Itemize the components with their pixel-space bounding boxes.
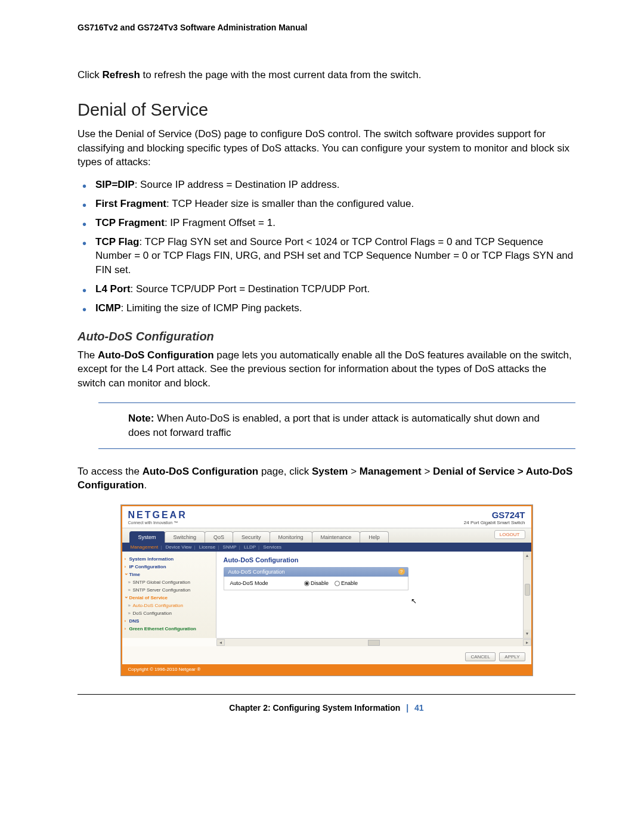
subtab-license[interactable]: License [199, 544, 216, 550]
radio-disable[interactable] [304, 581, 309, 586]
page-number: 41 [414, 703, 424, 713]
apply-button[interactable]: APPLY [499, 652, 525, 661]
sidebar-time[interactable]: Time [126, 571, 213, 578]
item-bold: L4 Port [95, 283, 131, 295]
intro-suffix: to refresh the page with the most curren… [140, 69, 422, 80]
list-item: First Fragment: TCP Header size is small… [95, 197, 575, 211]
scroll-up-icon[interactable]: ▴ [524, 552, 531, 560]
sidebar: System Information IP Configuration Time… [122, 552, 216, 638]
t: > [422, 466, 433, 477]
subtab-lldp[interactable]: LLDP [244, 544, 256, 550]
t: . [144, 479, 147, 491]
list-item: L4 Port: Source TCP/UDP Port = Destinati… [95, 282, 575, 296]
refresh-keyword: Refresh [103, 69, 140, 80]
main-tabs: System Switching QoS Security Monitoring… [122, 528, 531, 543]
note-text: When Auto-DoS is enabled, a port that is… [128, 413, 540, 438]
subtab-snmp[interactable]: SNMP [223, 544, 237, 550]
sidebar-sntp-server[interactable]: SNTP Server Configuration [126, 586, 213, 594]
model-name: GS724T [464, 510, 525, 520]
sidebar-dns[interactable]: DNS [126, 617, 213, 625]
radio-enable[interactable] [335, 581, 340, 586]
item-bold: First Fragment [95, 198, 166, 209]
note-box: Note: When Auto-DoS is enabled, a port t… [98, 402, 575, 449]
footer-separator: | [406, 703, 408, 713]
sidebar-dos-config[interactable]: DoS Configuration [126, 609, 213, 617]
t: System [312, 466, 348, 477]
footer-buttons: CANCEL APPLY [122, 646, 531, 664]
list-item: SIP=DIP: Source IP address = Destination… [95, 178, 575, 192]
help-icon[interactable]: ? [398, 568, 405, 575]
logout-button[interactable]: LOGOUT [494, 530, 525, 539]
list-item: TCP Fragment: IP Fragment Offset = 1. [95, 216, 575, 230]
cursor-icon: ↖ [411, 597, 417, 605]
t: Management [360, 466, 422, 477]
tab-help[interactable]: Help [360, 531, 389, 543]
subtab-management[interactable]: Management [131, 544, 159, 550]
chapter-label: Chapter 2: Configuring System Informatio… [229, 703, 400, 713]
sidebar-dos[interactable]: Denial of Service [126, 594, 213, 602]
vertical-scrollbar[interactable]: ▴ ▾ [523, 552, 531, 638]
note-label: Note: [128, 413, 154, 424]
list-item: ICMP: Limiting the size of ICMP Ping pac… [95, 301, 575, 315]
page-footer: Chapter 2: Configuring System Informatio… [78, 694, 575, 713]
subsection-text: The Auto-DoS Configuration page lets you… [78, 348, 575, 391]
item-text: : Source IP address = Destination IP add… [135, 179, 340, 190]
subsection-heading: Auto-DoS Configuration [78, 330, 575, 343]
sub-tabs: Management| Device View| License| SNMP| … [122, 543, 531, 552]
horizontal-scrollbar[interactable]: ◂ ▸ [216, 638, 531, 646]
sidebar-system-info[interactable]: System Information [126, 555, 213, 563]
model-block: GS724T 24 Port Gigabit Smart Switch [464, 510, 525, 525]
item-bold: TCP Flag [95, 236, 139, 247]
sidebar-sntp-global[interactable]: SNTP Global Configuration [126, 578, 213, 586]
sub-bold: Auto-DoS Configuration [98, 349, 214, 361]
tab-security[interactable]: Security [233, 531, 270, 543]
ss-header: NETGEAR Connect with Innovation ™ GS724T… [122, 506, 531, 528]
scroll-right-icon[interactable]: ▸ [523, 639, 531, 646]
item-bold: ICMP [95, 302, 121, 314]
intro-paragraph: Click Refresh to refresh the page with t… [78, 68, 575, 82]
tab-system[interactable]: System [129, 531, 165, 543]
t: page, click [258, 466, 312, 477]
subtab-services[interactable]: Services [263, 544, 281, 550]
sidebar-ip-config[interactable]: IP Configuration [126, 563, 213, 571]
scroll-thumb[interactable] [525, 584, 530, 596]
cancel-button[interactable]: CANCEL [465, 652, 495, 661]
item-text: : Source TCP/UDP Port = Destination TCP/… [131, 283, 370, 295]
auto-dos-mode-label: Auto-DoS Mode [230, 580, 268, 586]
t: To access the [78, 466, 143, 477]
config-body: Auto-DoS Mode Disable Enable [224, 577, 408, 590]
sidebar-auto-dos[interactable]: Auto-DoS Configuration [126, 602, 213, 609]
section-intro: Use the Denial of Service (DoS) page to … [78, 127, 575, 169]
page-header: GS716Tv2 and GS724Tv3 Software Administr… [78, 23, 575, 32]
item-text: : TCP Flag SYN set and Source Port < 102… [95, 236, 573, 276]
subtab-deviceview[interactable]: Device View [166, 544, 192, 550]
dos-list: SIP=DIP: Source IP address = Destination… [78, 178, 575, 315]
access-path: To access the Auto-DoS Configuration pag… [78, 465, 575, 493]
embedded-screenshot: NETGEAR Connect with Innovation ™ GS724T… [120, 504, 533, 676]
disable-label: Disable [311, 580, 329, 586]
sidebar-green-ethernet[interactable]: Green Ethernet Configuration [126, 625, 213, 633]
item-bold: TCP Fragment [95, 217, 165, 228]
model-desc: 24 Port Gigabit Smart Switch [464, 520, 525, 525]
panel-title: Auto-DoS Configuration [224, 556, 524, 563]
copyright-bar: Copyright © 1996-2010 Netgear ® [122, 664, 531, 674]
t: Auto-DoS Configuration [143, 466, 259, 477]
tab-maintenance[interactable]: Maintenance [312, 531, 361, 543]
ss-body: System Information IP Configuration Time… [122, 552, 531, 638]
logo-tagline: Connect with Innovation ™ [128, 521, 187, 525]
t: > [348, 466, 359, 477]
enable-label: Enable [341, 580, 358, 586]
scroll-left-icon[interactable]: ◂ [216, 639, 225, 646]
hscroll-thumb[interactable] [368, 640, 380, 646]
sub-prefix: The [78, 349, 98, 361]
tab-qos[interactable]: QoS [205, 531, 233, 543]
netgear-logo: NETGEAR [128, 510, 187, 521]
tab-monitoring[interactable]: Monitoring [270, 531, 312, 543]
scroll-down-icon[interactable]: ▾ [524, 630, 531, 638]
item-text: : Limiting the size of ICMP Ping packets… [121, 302, 302, 314]
list-item: TCP Flag: TCP Flag SYN set and Source Po… [95, 235, 575, 277]
tab-switching[interactable]: Switching [165, 531, 206, 543]
intro-prefix: Click [78, 69, 103, 80]
item-text: : TCP Header size is smaller than the co… [166, 198, 414, 209]
item-bold: SIP=DIP [95, 179, 135, 190]
